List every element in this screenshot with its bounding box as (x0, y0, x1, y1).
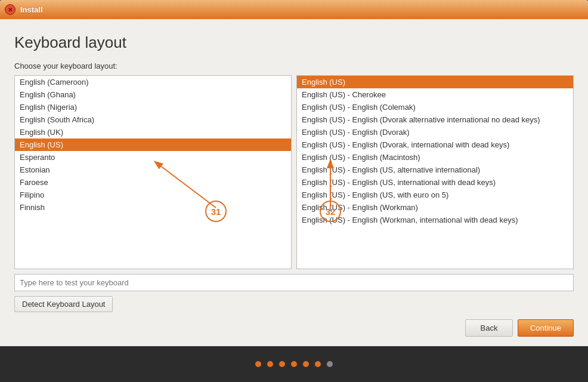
nav-area: Back Continue (14, 312, 574, 337)
keyboard-test-input[interactable] (14, 274, 574, 291)
list-item[interactable]: English (Ghana) (15, 88, 291, 101)
progress-dot (315, 361, 321, 367)
list-item[interactable]: English (US) - English (Workman, interna… (297, 214, 573, 226)
progress-dot (279, 361, 285, 367)
list-item[interactable]: English (Nigeria) (15, 101, 291, 113)
progress-dot (303, 361, 309, 367)
list-item[interactable]: English (US) - English (Macintosh) (297, 151, 573, 164)
progress-dot (291, 361, 297, 367)
list-item[interactable]: English (US) - English (Dvorak alternati… (297, 113, 573, 126)
progress-dot (327, 361, 333, 367)
continue-button[interactable]: Continue (518, 319, 574, 337)
window-title: Install (20, 5, 43, 14)
progress-dot (255, 361, 261, 367)
detect-keyboard-button[interactable]: Detect Keyboard Layout (14, 296, 113, 312)
list-item[interactable]: English (Cameroon) (15, 76, 291, 88)
list-item[interactable]: English (South Africa) (15, 113, 291, 126)
list-item[interactable]: Finnish (15, 201, 291, 214)
page-title: Keyboard layout (14, 33, 574, 52)
taskbar (0, 346, 588, 382)
list-item[interactable]: English (US) - Cherokee (297, 88, 573, 101)
list-item[interactable]: English (US) - English (US, alternative … (297, 164, 573, 176)
close-button[interactable] (5, 4, 16, 15)
list-item[interactable]: Esperanto (15, 151, 291, 164)
list-item[interactable]: English (US) - English (Dvorak, internat… (297, 138, 573, 151)
detect-btn-area: Detect Keyboard Layout (14, 296, 574, 312)
list-item[interactable]: English (US) - English (Workman) (297, 201, 573, 214)
titlebar: Install (0, 0, 588, 19)
list-item[interactable]: English (US) (297, 76, 573, 88)
language-list[interactable]: English (Cameroon)English (Ghana)English… (14, 75, 292, 269)
list-item[interactable]: Faroese (15, 176, 291, 189)
list-item[interactable]: English (UK) (15, 126, 291, 138)
list-item[interactable]: English (US) - English (US, internationa… (297, 176, 573, 189)
install-window: Install Keyboard layout Choose your keyb… (0, 0, 588, 346)
list-item[interactable]: English (US) (15, 138, 291, 151)
section-label: Choose your keyboard layout: (14, 61, 574, 70)
back-button[interactable]: Back (465, 319, 513, 337)
progress-dot (267, 361, 273, 367)
variant-list[interactable]: English (US)English (US) - CherokeeEngli… (296, 75, 574, 269)
list-item[interactable]: Filipino (15, 189, 291, 201)
test-input-area (14, 274, 574, 291)
content-area: Keyboard layout Choose your keyboard lay… (0, 19, 588, 346)
list-item[interactable]: English (US) - English (US, with euro on… (297, 189, 573, 201)
list-item[interactable]: English (US) - English (Colemak) (297, 101, 573, 113)
list-item[interactable]: English (US) - English (Dvorak) (297, 126, 573, 138)
list-item[interactable]: Estonian (15, 164, 291, 176)
